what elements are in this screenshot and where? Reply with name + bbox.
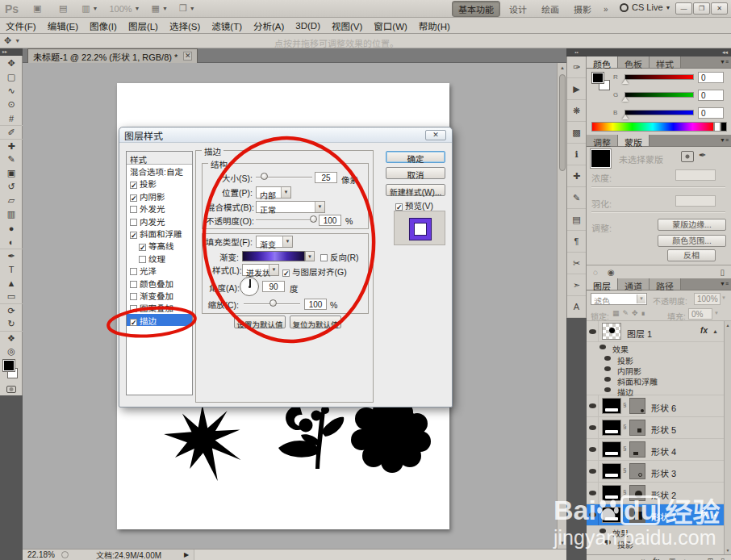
style-item-pattern-overlay[interactable]: 图案叠加 [127, 301, 192, 313]
spectrum-white-swatch[interactable] [714, 122, 721, 132]
visibility-eye-icon[interactable] [604, 387, 611, 392]
tool-eyedropper-icon[interactable]: ✐ [0, 125, 23, 139]
angle-dial[interactable] [240, 277, 259, 296]
menu-select[interactable]: 选择(S) [164, 19, 206, 32]
tab-masks[interactable]: 蒙版 [618, 135, 650, 146]
red-slider[interactable] [624, 74, 694, 80]
blend-mode-select[interactable]: 滤色▼ [591, 293, 647, 305]
layer-style-icon[interactable]: fx. [653, 557, 662, 560]
scale-slider-knob[interactable] [269, 299, 277, 307]
tool-shape-icon[interactable]: ▭ [0, 290, 23, 303]
invert-button[interactable]: 反相 [667, 249, 716, 261]
opacity-slider-knob[interactable] [310, 215, 317, 223]
style-item-outer-glow[interactable]: 外发光 [127, 202, 192, 214]
scroll-down-icon[interactable]: ▼ [725, 548, 731, 553]
layer-row-shape3[interactable]: § 形状 3 [587, 461, 724, 483]
mask-edge-button[interactable]: 蒙版边缘... [658, 219, 726, 231]
style-item-bevel-emboss[interactable]: ✓斜面和浮雕 [127, 227, 192, 239]
effect-row-dropshadow[interactable]: 投影 [587, 537, 724, 548]
tool-type-icon[interactable]: T [0, 262, 23, 276]
layers-panel-menu-icon[interactable]: ▼≡ [720, 281, 729, 286]
menu-edit[interactable]: 编辑(E) [42, 19, 84, 32]
menu-window[interactable]: 窗口(W) [368, 19, 413, 32]
close-button[interactable]: ✕ [711, 2, 728, 15]
clone-source-panel-icon[interactable]: ✎ [567, 187, 586, 209]
document-tab[interactable]: 未标题-1 @ 22.2% (形状 1, RGB/8) * ✕ [27, 48, 198, 63]
layer-name[interactable]: 形状 1 [651, 510, 676, 523]
menu-image[interactable]: 图像(I) [84, 19, 123, 32]
opacity-slider[interactable] [256, 219, 317, 221]
visibility-eye-icon[interactable] [589, 491, 596, 495]
tool-pen-icon[interactable]: ✒ [0, 249, 23, 262]
measurement-panel-icon[interactable]: ✂ [567, 253, 586, 274]
menu-analysis[interactable]: 分析(A) [248, 19, 290, 32]
tool-3d-rotate-icon[interactable]: ⟳ [0, 303, 23, 317]
scroll-up-icon[interactable]: ▲ [558, 64, 566, 73]
tab-paths[interactable]: 路径 [650, 278, 681, 290]
layer-row-layer1[interactable]: 图层 1 fx ▲ [587, 321, 724, 342]
checkbox[interactable] [130, 305, 137, 312]
lock-position-icon[interactable]: ✥ [632, 309, 641, 317]
link-layers-icon[interactable]: ∞ [641, 557, 645, 560]
new-style-button[interactable]: 新建样式(W)... [386, 184, 445, 196]
tool-lasso-icon[interactable]: ∿ [0, 84, 23, 98]
effects-header-row[interactable]: 效果 [587, 526, 724, 537]
style-item-texture[interactable]: 纹理 [127, 252, 192, 264]
add-pixel-mask-icon[interactable] [681, 151, 694, 162]
style-item-stroke[interactable]: ✓描边 [127, 314, 192, 326]
tool-gradient-icon[interactable]: ▥ [0, 207, 23, 221]
style-item-drop-shadow[interactable]: ✓投影 [127, 177, 192, 189]
layer-name[interactable]: 形状 3 [651, 466, 676, 479]
checkbox[interactable]: ✓ [130, 319, 137, 326]
opacity-dropdown-icon[interactable]: ▼ [721, 295, 726, 300]
workspace-photography-button[interactable]: 摄影 [568, 2, 597, 16]
tool-zoom-icon[interactable]: ◎ [0, 345, 23, 358]
blue-slider-knob[interactable] [622, 115, 629, 119]
foreground-color-well[interactable] [592, 73, 604, 83]
tab-layers[interactable]: 图层 [587, 278, 618, 290]
opacity-field[interactable]: 100% [694, 293, 721, 305]
color-range-button[interactable]: 颜色范围... [658, 235, 726, 247]
view-extras-icon[interactable]: ▥▼ [81, 2, 98, 15]
collapse-effects-icon[interactable]: ▲ [712, 328, 718, 334]
visibility-eye-icon[interactable] [589, 512, 596, 517]
effect-row-stroke[interactable]: 描边 [587, 385, 724, 395]
checkbox[interactable]: ✓ [130, 194, 137, 202]
layer-name[interactable]: 图层 1 [627, 327, 652, 340]
tool-eraser-icon[interactable]: ▱ [0, 194, 23, 207]
arrange-documents-icon[interactable]: ▦▼ [152, 2, 168, 15]
visibility-eye-icon[interactable] [604, 356, 611, 361]
paragraph-panel-icon[interactable]: ¶ [567, 231, 586, 253]
animation-panel-icon[interactable]: ➣ [567, 274, 586, 296]
layer-row-shape6[interactable]: § 形状 6 [587, 395, 724, 417]
group-layers-icon[interactable]: ▱ [695, 557, 700, 560]
gradient-style-select[interactable]: 迸发状▼ [242, 264, 279, 276]
visibility-eye-icon[interactable] [589, 425, 596, 430]
workspace-design-button[interactable]: 设计 [503, 2, 533, 16]
checkbox[interactable]: ✓ [395, 203, 403, 211]
adjustment-layer-icon[interactable]: ◐ [683, 557, 687, 560]
zoom-percentage[interactable]: 22.18% [27, 550, 55, 559]
effect-row-innershadow[interactable]: 内阴影 [587, 364, 724, 374]
ok-button[interactable]: 确定 [386, 151, 445, 163]
effects-header-row[interactable]: 效果 [587, 342, 724, 353]
quick-mask-button[interactable] [0, 382, 23, 395]
tool-crop-icon[interactable]: # [0, 111, 23, 125]
tool-quick-select-icon[interactable]: ⊙ [0, 98, 23, 111]
preview-checkbox[interactable]: ✓预览(V) [395, 199, 433, 211]
zoom-level-control[interactable]: 100%▼ [109, 2, 140, 15]
checkbox[interactable] [130, 293, 137, 300]
blue-slider[interactable] [624, 110, 694, 115]
lock-pixels-icon[interactable]: ✎ [623, 309, 633, 317]
menu-view[interactable]: 视图(V) [326, 19, 368, 32]
visibility-eye-icon[interactable] [589, 403, 596, 408]
panel-dock-collapse-icon[interactable]: ◂◂ [587, 48, 731, 56]
lock-all-icon[interactable]: ∎ [641, 309, 650, 317]
tab-swatches[interactable]: 色板 [618, 56, 650, 68]
tool-dodge-icon[interactable]: ◐ [0, 235, 23, 249]
density-field[interactable] [675, 169, 716, 181]
workspace-essentials-button[interactable]: 基本功能 [452, 1, 500, 17]
document-close-icon[interactable]: ✕ [183, 52, 192, 61]
reverse-checkbox[interactable]: 反向(R) [320, 251, 359, 263]
visibility-eye-icon[interactable] [589, 447, 596, 452]
